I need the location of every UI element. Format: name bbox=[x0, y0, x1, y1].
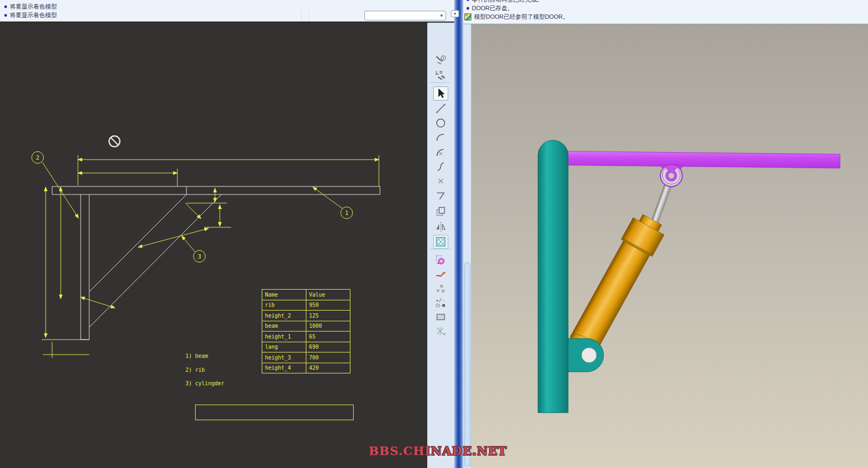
mount-lug[interactable] bbox=[568, 339, 604, 372]
table-cell: rib bbox=[262, 300, 306, 311]
circle-tool-button[interactable] bbox=[433, 116, 448, 130]
construction-line-icon bbox=[435, 326, 447, 337]
toolbar-separator bbox=[309, 11, 310, 20]
filter-dropdown[interactable]: ▼ bbox=[364, 11, 446, 20]
hatch-icon bbox=[435, 236, 447, 248]
table-header-cell: Name bbox=[262, 290, 306, 300]
prohibition-icon bbox=[109, 136, 120, 147]
spline-icon bbox=[435, 161, 447, 172]
note-cylinder: 3) cylingder bbox=[185, 380, 224, 386]
table-row: rib950 bbox=[262, 300, 350, 311]
table-cell: 65 bbox=[306, 332, 350, 342]
svg-text:2: 2 bbox=[36, 154, 40, 161]
points-button[interactable] bbox=[433, 282, 448, 296]
message-line: 将要显示着色模型 bbox=[4, 3, 57, 11]
drawing-canvas[interactable]: 2 1 3 NameVal bbox=[0, 23, 427, 468]
parameter-table-body: NameValuerib950height_2125beam1000height… bbox=[262, 290, 350, 373]
svg-text:1: 1 bbox=[345, 210, 349, 217]
table-row: beam1000 bbox=[262, 321, 350, 332]
mirror-button[interactable] bbox=[433, 220, 448, 234]
table-cell: 125 bbox=[306, 311, 350, 321]
table-cell: height_4 bbox=[262, 363, 306, 373]
toolbar-separator bbox=[431, 82, 451, 83]
title-block-box bbox=[195, 405, 354, 420]
chevron-down-icon[interactable]: ▼ bbox=[437, 13, 446, 18]
right-scrollbar[interactable] bbox=[463, 24, 471, 468]
message-line: 零件的自动再生已经完成。 bbox=[467, 0, 543, 4]
shade-section-button[interactable] bbox=[433, 310, 448, 324]
table-row: height_2125 bbox=[262, 311, 350, 321]
door-beam[interactable] bbox=[547, 151, 840, 173]
clevis-joint[interactable] bbox=[660, 164, 683, 187]
drawing-window: 将要显示着色模型 将要显示着色模型 ▼ bbox=[0, 0, 454, 468]
mirror-icon bbox=[435, 221, 447, 233]
parameter-table: NameValuerib950height_2125beam1000height… bbox=[262, 289, 350, 373]
datum-curve-button[interactable] bbox=[433, 268, 448, 282]
shaded-rect-icon bbox=[435, 311, 447, 323]
message-text: 模型DOOR已经参照了模型DOOR。 bbox=[474, 13, 569, 21]
window-divider[interactable] bbox=[454, 0, 463, 468]
sketcher-toolbar: +/- bbox=[427, 23, 454, 468]
scrollbar-thumb[interactable] bbox=[464, 262, 470, 466]
table-cell: 690 bbox=[306, 342, 350, 352]
select-arrow-icon bbox=[435, 88, 447, 99]
table-row: lang690 bbox=[262, 342, 350, 352]
datum-curve-icon bbox=[435, 269, 447, 280]
drawing-geometry: 2 1 3 bbox=[0, 23, 427, 468]
table-cell: height_3 bbox=[262, 352, 306, 363]
table-row: height_3700 bbox=[262, 352, 350, 363]
watermark: BBS.CHINADE.NET bbox=[369, 444, 507, 458]
model-window: 零件的自动再生已经完成。 DOOR已存盘。 模型DOOR已经参照了模型DOOR。 bbox=[463, 0, 868, 468]
table-header-cell: Value bbox=[306, 290, 350, 300]
hatch-button[interactable] bbox=[433, 235, 448, 249]
arc-tool-button[interactable] bbox=[433, 131, 448, 145]
arc-icon bbox=[435, 132, 447, 143]
message-line: 模型DOOR已经参照了模型DOOR。 bbox=[464, 13, 569, 21]
model-3d bbox=[471, 24, 868, 468]
fillet-tool-button[interactable] bbox=[433, 145, 448, 159]
dimension-button[interactable] bbox=[433, 253, 448, 267]
toolbar-separator bbox=[431, 249, 451, 249]
bullet-icon bbox=[467, 0, 469, 1]
table-cell: height_2 bbox=[262, 311, 306, 321]
hydraulic-cylinder[interactable] bbox=[565, 211, 668, 357]
mini-dropdown-button[interactable]: ▼ bbox=[451, 10, 459, 17]
proe-application: 将要显示着色模型 将要显示着色模型 ▼ bbox=[0, 0, 868, 468]
line-tool-button[interactable] bbox=[433, 102, 448, 116]
use-edge-icon bbox=[435, 190, 447, 201]
bracket-post[interactable] bbox=[538, 140, 568, 413]
note-rib: 2) rib bbox=[185, 367, 205, 373]
table-cell: 950 bbox=[306, 300, 350, 311]
table-header-row: NameValue bbox=[262, 290, 350, 300]
table-cell: 1000 bbox=[306, 321, 350, 332]
line-icon bbox=[435, 103, 447, 114]
balloon-rib[interactable]: 2 bbox=[32, 152, 44, 163]
model-viewport[interactable] bbox=[471, 24, 868, 468]
message-text: 将要显示着色模型 bbox=[10, 11, 57, 19]
use-edge-button[interactable] bbox=[433, 189, 448, 203]
circle-icon bbox=[435, 117, 447, 129]
table-row: height_4420 bbox=[262, 363, 350, 373]
constraints-icon bbox=[435, 69, 447, 81]
note-beam: 1) beam bbox=[185, 353, 208, 359]
constraints-button[interactable] bbox=[433, 68, 448, 82]
construction-line-button[interactable] bbox=[433, 325, 448, 339]
svg-text:3: 3 bbox=[198, 253, 202, 260]
message-text: DOOR已存盘。 bbox=[472, 4, 513, 12]
spline-tool-button[interactable] bbox=[433, 160, 448, 174]
message-text: 零件的自动再生已经完成。 bbox=[472, 0, 543, 4]
bullet-icon bbox=[4, 5, 7, 8]
message-line: 将要显示着色模型 bbox=[4, 11, 57, 19]
toolbar-separator bbox=[302, 11, 303, 20]
right-message-area: 零件的自动再生已经完成。 DOOR已存盘。 模型DOOR已经参照了模型DOOR。 bbox=[463, 0, 868, 24]
sketch-tools-icon bbox=[435, 54, 447, 66]
balloon-beam[interactable]: 1 bbox=[341, 207, 353, 219]
point-tool-button[interactable] bbox=[433, 174, 448, 188]
offset-edge-button[interactable] bbox=[433, 205, 448, 219]
select-tool-button[interactable] bbox=[433, 87, 448, 100]
balloon-cylinder[interactable]: 3 bbox=[193, 250, 205, 262]
sketch-tools-button[interactable] bbox=[433, 53, 448, 67]
balloon-leaders bbox=[42, 162, 342, 252]
dimension-icon bbox=[435, 254, 447, 266]
plus-minus-button[interactable]: +/- bbox=[433, 296, 448, 310]
